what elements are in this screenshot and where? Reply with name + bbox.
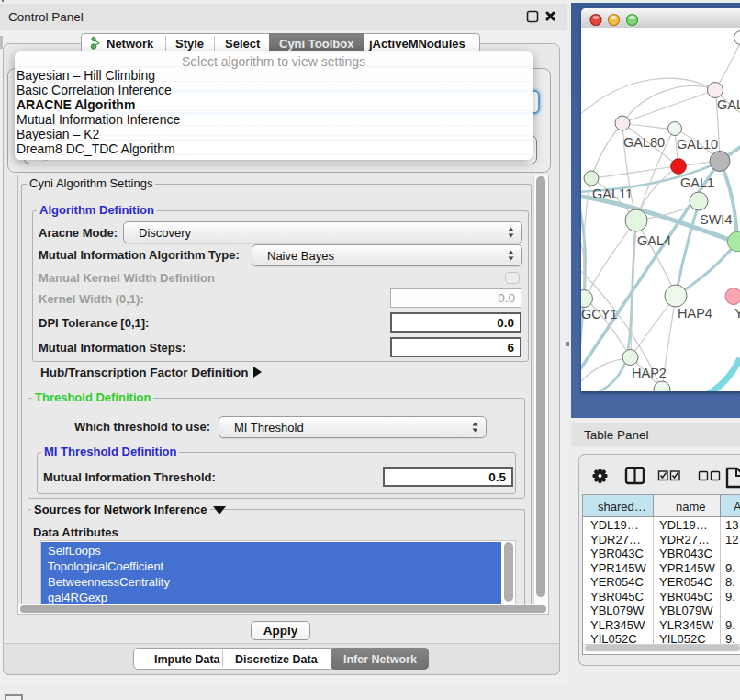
svg-text:GAL11: GAL11 — [592, 186, 633, 201]
svg-text:SWI4: SWI4 — [700, 212, 732, 227]
svg-text:HAP4: HAP4 — [678, 306, 712, 321]
svg-text:GAL80: GAL80 — [623, 135, 665, 150]
svg-text:HAP2: HAP2 — [632, 366, 667, 380]
svg-text:GAL4: GAL4 — [637, 233, 671, 248]
svg-text:YM: YM — [734, 306, 740, 321]
svg-text:GAL1: GAL1 — [680, 175, 714, 190]
svg-text:GCY1: GCY1 — [581, 307, 618, 322]
svg-text:GAL10: GAL10 — [677, 137, 718, 152]
svg-text:GAL7: GAL7 — [717, 97, 740, 112]
